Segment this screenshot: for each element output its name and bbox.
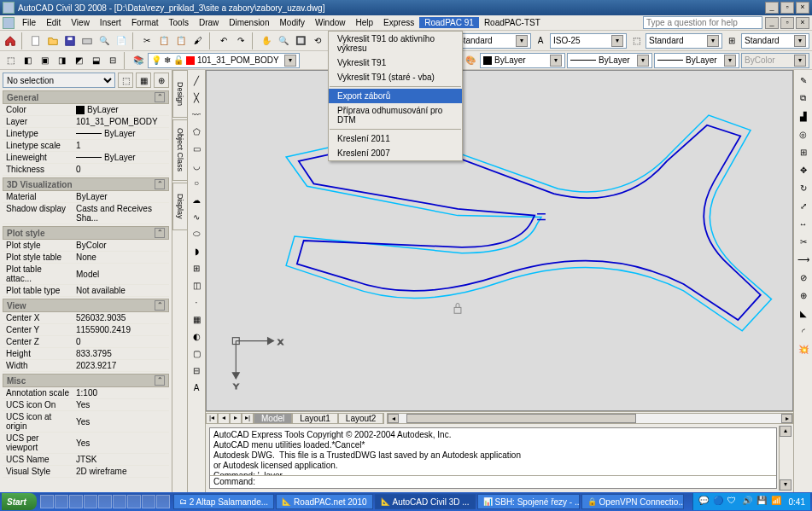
preview-icon[interactable]: 🔍 xyxy=(96,33,112,49)
extend-icon[interactable]: ⟶ xyxy=(796,252,811,267)
xline-icon[interactable]: ╳ xyxy=(189,90,204,105)
sidetab-design[interactable]: Design xyxy=(172,70,187,118)
menu-dimension[interactable]: Dimension xyxy=(224,17,274,28)
publish-icon[interactable]: 📄 xyxy=(114,33,129,49)
menu-item-kresleni-2011[interactable]: Kreslení 2011 xyxy=(329,131,462,146)
join-icon[interactable]: ⊕ xyxy=(796,287,811,303)
array-icon[interactable]: ⊞ xyxy=(796,144,811,160)
ql-icon[interactable] xyxy=(142,495,155,508)
table-style-combo[interactable]: Standard▾ xyxy=(646,33,722,49)
offset-icon[interactable]: ◎ xyxy=(796,126,811,142)
revcloud-icon[interactable]: ☁ xyxy=(189,192,204,207)
menu-item-vykreslit-old[interactable]: Vykreslit T91 (staré - vba) xyxy=(329,70,462,84)
fillet-icon[interactable]: ◜ xyxy=(796,323,811,339)
command-scrollbar[interactable]: ▴▾ xyxy=(779,426,792,491)
menu-file[interactable]: File xyxy=(17,17,41,28)
menu-help[interactable]: Help xyxy=(351,17,379,28)
prop-material-value[interactable]: ByLayer xyxy=(73,191,169,202)
copy-icon[interactable]: 📋 xyxy=(156,33,172,49)
close-button[interactable]: × xyxy=(796,2,809,14)
selection-combo[interactable]: No selection xyxy=(3,73,115,88)
menu-express[interactable]: Express xyxy=(378,17,419,28)
prop-lweight-value[interactable]: ByLayer xyxy=(73,152,169,163)
tool-a[interactable]: ⬚ xyxy=(3,53,18,68)
taskbar-item-active[interactable]: 📐AutoCAD Civil 3D ... xyxy=(375,494,476,509)
tab-prev-button[interactable]: ◂ xyxy=(218,413,230,424)
menu-window[interactable]: Window xyxy=(310,17,351,28)
menu-roadpac91[interactable]: RoadPAC 91 xyxy=(419,17,479,28)
help-search-input[interactable] xyxy=(643,16,762,29)
taskbar-item[interactable]: 📐RoadPAC.net 2010 xyxy=(276,494,372,509)
prop-ucsorigin-value[interactable]: Yes xyxy=(73,411,169,432)
tab-first-button[interactable]: |◂ xyxy=(206,413,218,424)
menu-item-export-zaboru[interactable]: Export záborů xyxy=(329,89,462,103)
menu-tools[interactable]: Tools xyxy=(164,17,194,28)
prop-color-value[interactable]: ByLayer xyxy=(73,104,169,115)
prop-thickness-value[interactable]: 0 xyxy=(73,164,169,175)
dim-style-btn[interactable]: ⬚ xyxy=(628,33,644,49)
erase-icon[interactable]: ✎ xyxy=(796,73,811,88)
menu-item-kresleni-2007[interactable]: Kreslení 2007 xyxy=(329,146,462,160)
ql-icon[interactable] xyxy=(55,495,68,508)
prop-vstyle-value[interactable]: 2D wireframe xyxy=(73,466,169,477)
break-icon[interactable]: ⊘ xyxy=(796,270,811,285)
dim-style-combo[interactable]: ISO-25▾ xyxy=(550,33,627,49)
group-view[interactable]: View⌃ xyxy=(3,299,169,312)
tray-icon[interactable]: 📶 xyxy=(771,496,783,508)
stretch-icon[interactable]: ↔ xyxy=(796,216,811,231)
line-icon[interactable]: ╱ xyxy=(189,73,204,88)
minimize-button[interactable]: _ xyxy=(765,2,779,14)
copy-icon[interactable]: ⧉ xyxy=(796,90,811,106)
rect-icon[interactable]: ▭ xyxy=(189,141,204,156)
tab-layout2[interactable]: Layout2 xyxy=(338,413,384,424)
menu-view[interactable]: View xyxy=(66,17,95,28)
open-icon[interactable] xyxy=(45,33,61,49)
quickselect-icon[interactable]: ⬚ xyxy=(118,73,133,88)
ql-icon[interactable] xyxy=(113,495,126,508)
tool-c[interactable]: ▣ xyxy=(37,53,52,68)
layer-combo[interactable]: 💡❄🔓 101_31_POM_BODY▾ xyxy=(148,53,300,68)
block-icon[interactable]: ◫ xyxy=(189,277,204,293)
layer-props-icon[interactable]: 📚 xyxy=(131,53,146,68)
taskbar-item[interactable]: 🔒OpenVPN Connectio... xyxy=(581,494,684,509)
color-combo[interactable]: ByLayer▾ xyxy=(480,53,565,68)
menu-format[interactable]: Format xyxy=(126,17,164,28)
prop-pstab-value[interactable]: None xyxy=(73,252,169,263)
mirror-icon[interactable]: ▟ xyxy=(796,108,811,124)
tool-f[interactable]: ⬓ xyxy=(88,53,103,68)
prop-pttype-value[interactable]: Not available xyxy=(73,285,169,296)
tray-icon[interactable]: 🔵 xyxy=(713,496,725,508)
tray-icon[interactable]: 💬 xyxy=(698,496,710,508)
undo-icon[interactable]: ↶ xyxy=(216,33,231,49)
polygon-icon[interactable]: ⬠ xyxy=(189,124,204,139)
region-icon[interactable]: ▢ xyxy=(189,346,204,361)
new-icon[interactable] xyxy=(28,33,44,49)
match-icon[interactable]: 🖌 xyxy=(190,33,206,49)
menu-modify[interactable]: Modify xyxy=(275,17,310,28)
scale-icon[interactable]: ⤢ xyxy=(796,198,811,213)
point-icon[interactable]: · xyxy=(189,294,204,310)
text-style-btn[interactable]: A xyxy=(533,33,548,49)
prop-ucsname-value[interactable]: JTSK xyxy=(73,454,169,465)
explode-icon[interactable]: 💥 xyxy=(796,341,811,357)
mdi-minimize-button[interactable]: _ xyxy=(765,17,779,29)
tab-layout1[interactable]: Layout1 xyxy=(292,413,338,424)
menu-item-vykreslit-t91[interactable]: Vykreslit T91 xyxy=(329,55,462,70)
group-misc[interactable]: Misc⌃ xyxy=(3,374,169,387)
selectobj-icon[interactable]: ▦ xyxy=(136,73,151,88)
menu-item-vykreslit-active[interactable]: Vykreslit T91 do aktivního výkresu xyxy=(329,32,462,55)
taskbar-item[interactable]: 🗂2 Altap Salamande... xyxy=(173,494,274,509)
prop-linetype-value[interactable]: ByLayer xyxy=(73,128,169,139)
insert-icon[interactable]: ⊞ xyxy=(189,260,204,276)
table-icon[interactable]: ⊟ xyxy=(189,363,204,378)
prop-width-value[interactable]: 2023.9217 xyxy=(73,360,169,371)
zoom-prev-icon[interactable]: ⟲ xyxy=(310,33,325,49)
tray-icon[interactable]: 🔊 xyxy=(742,496,754,508)
tray-icon[interactable]: 💾 xyxy=(757,496,768,508)
move-icon[interactable]: ✥ xyxy=(796,162,811,177)
linetype-combo[interactable]: ByLayer▾ xyxy=(567,53,652,68)
tool-e[interactable]: ◩ xyxy=(71,53,86,68)
pickadd-icon[interactable]: ⊕ xyxy=(154,73,169,88)
group-plotstyle[interactable]: Plot style⌃ xyxy=(3,226,169,240)
command-input[interactable] xyxy=(257,477,773,487)
